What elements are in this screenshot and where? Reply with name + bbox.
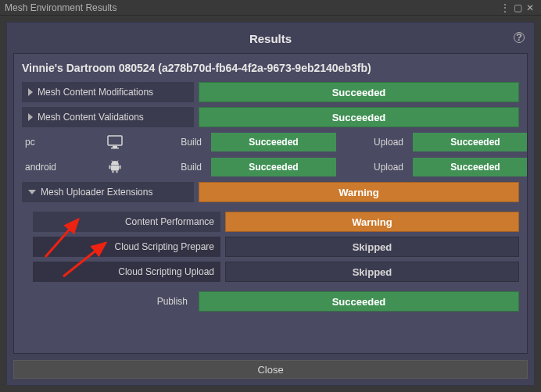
sub-cloud-scripting-prepare: Cloud Scripting Prepare Skipped (33, 237, 519, 257)
section-publish: Publish Succeeded (22, 291, 519, 312)
close-window-icon[interactable]: ✕ (524, 2, 536, 13)
monitor-icon (95, 135, 134, 149)
status-badge: Succeeded (199, 82, 519, 102)
status-badge: Warning (199, 182, 519, 202)
chevron-right-icon (28, 113, 33, 121)
sub-label: Cloud Scripting Prepare (33, 237, 220, 257)
section-mesh-content-validations[interactable]: Mesh Content Validations Succeeded (22, 107, 519, 127)
label-text: Mesh Uploader Extensions (41, 187, 152, 198)
build-status-badge: Succeeded (211, 133, 336, 151)
build-label: Build (138, 162, 208, 173)
svg-rect-6 (113, 171, 114, 173)
section-label: Mesh Content Modifications (22, 82, 194, 102)
svg-rect-5 (120, 166, 121, 169)
results-heading-row: Results ? (13, 32, 528, 45)
svg-rect-1 (113, 146, 117, 148)
results-panel: Vinnie's Dartroom 080524 (a278b70d-fb64-… (13, 53, 528, 354)
status-badge: Skipped (225, 262, 519, 282)
build-label: Build (138, 137, 208, 148)
build-status-badge: Succeeded (211, 158, 336, 176)
project-title: Vinnie's Dartroom 080524 (a278b70d-fb64-… (22, 62, 519, 74)
svg-rect-4 (109, 166, 111, 169)
sub-content-performance[interactable]: Content Performance Warning (33, 212, 519, 232)
publish-label: Publish (22, 291, 194, 312)
label-text: Mesh Content Modifications (38, 87, 153, 98)
menu-dots-icon[interactable]: ⋮ (499, 2, 511, 13)
results-heading: Results (249, 32, 292, 45)
sub-cloud-scripting-upload: Cloud Scripting Upload Skipped (33, 262, 519, 282)
svg-rect-7 (116, 171, 118, 173)
sub-label: Cloud Scripting Upload (33, 262, 220, 282)
status-badge: Skipped (225, 237, 519, 257)
upload-label: Upload (339, 162, 410, 173)
svg-rect-2 (111, 148, 119, 149)
svg-line-9 (117, 161, 119, 163)
status-badge: Succeeded (199, 107, 519, 127)
maximize-icon[interactable]: ▢ (511, 2, 524, 13)
sub-label: Content Performance (33, 212, 220, 232)
section-mesh-content-modifications[interactable]: Mesh Content Modifications Succeeded (22, 82, 519, 102)
section-label: Mesh Content Validations (22, 107, 194, 127)
chevron-down-icon (28, 190, 36, 194)
titlebar: Mesh Environment Results ⋮ ▢ ✕ (0, 0, 541, 16)
svg-line-8 (112, 161, 113, 163)
label-text: Mesh Content Validations (38, 112, 144, 123)
platform-name: pc (22, 137, 92, 148)
status-badge: Warning (225, 212, 519, 232)
status-badge: Succeeded (199, 291, 519, 312)
svg-rect-0 (108, 136, 122, 145)
upload-label: Upload (339, 137, 410, 148)
platform-row-pc: pc Build Succeeded Upload Succeeded (22, 132, 519, 152)
chevron-right-icon (28, 88, 33, 96)
upload-status-badge: Succeeded (413, 133, 528, 151)
window-title: Mesh Environment Results (5, 2, 116, 13)
section-mesh-uploader-extensions[interactable]: Mesh Uploader Extensions Warning (22, 182, 519, 202)
section-label: Mesh Uploader Extensions (22, 182, 194, 202)
android-icon (95, 160, 134, 174)
upload-status-badge: Succeeded (413, 158, 528, 176)
platform-name: android (22, 162, 92, 173)
svg-rect-3 (111, 166, 119, 171)
close-button[interactable]: Close (13, 360, 528, 379)
results-window: Results ? Vinnie's Dartroom 080524 (a278… (6, 22, 535, 386)
help-icon[interactable]: ? (514, 32, 525, 43)
platform-row-android: android Build Succeeded Upload Succeeded (22, 157, 519, 177)
